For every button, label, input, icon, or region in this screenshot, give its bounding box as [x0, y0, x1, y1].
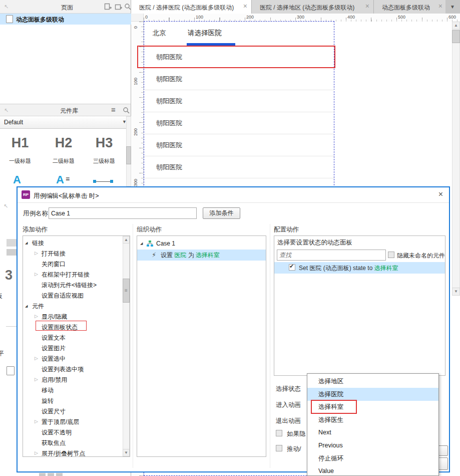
if-hidden-checkbox[interactable]: [276, 430, 282, 436]
hospital-row[interactable]: 朝阳医院: [144, 90, 334, 112]
organize-actions-list[interactable]: ◢ Case 1 ⚡ 设置 医院 为 选择科室: [137, 235, 266, 457]
action-tree-item[interactable]: 设置文本: [42, 334, 66, 342]
tab-label: 医院 / 选择医院 (动态面板多级联动): [139, 4, 234, 12]
state-dropdown-list[interactable]: 选择地区选择医院选择科室选择医生NextPrevious停止循环Value: [307, 373, 439, 476]
canvas-region-label[interactable]: 北京: [153, 29, 166, 38]
hospital-row[interactable]: 朝阳医院: [144, 68, 334, 90]
action-tree-item[interactable]: 设置不透明: [42, 428, 72, 437]
collapse-arrow-icon[interactable]: ▷: [35, 450, 38, 455]
expand-arrow-icon[interactable]: ◢: [25, 304, 28, 308]
action-summary: 设置 医院 为 选择科室: [161, 251, 220, 260]
add-condition-button[interactable]: 添加条件: [203, 207, 240, 219]
page-item-label: 动态面板多级联动: [16, 16, 64, 24]
tab-close-icon[interactable]: ×: [243, 3, 247, 10]
panel-collapse-icon[interactable]: ↖: [4, 107, 9, 114]
collapse-arrow-icon[interactable]: ▷: [35, 272, 38, 277]
expand-arrow-icon[interactable]: ◢: [140, 242, 143, 246]
ruler-number: 600: [448, 15, 456, 20]
add-page-icon[interactable]: [104, 3, 112, 11]
collapse-arrow-icon[interactable]: ▷: [35, 314, 38, 319]
action-tree-item[interactable]: 旋转: [42, 397, 54, 405]
action-tree-item[interactable]: 在框架中打开链接: [42, 271, 90, 279]
dropdown-item[interactable]: 选择科室: [307, 400, 438, 413]
search-library-icon[interactable]: [123, 107, 130, 114]
action-tree-item[interactable]: 设置选中: [42, 355, 66, 363]
dropdown-item[interactable]: Next: [307, 426, 438, 439]
canvas-scrollbar[interactable]: [452, 22, 460, 296]
collapse-arrow-icon[interactable]: ▷: [35, 251, 38, 256]
dropdown-item[interactable]: Value: [307, 465, 438, 476]
action-tree-item[interactable]: 置于顶层/底层: [42, 418, 79, 426]
action-tree-item[interactable]: 获取焦点: [42, 439, 66, 447]
document-tab[interactable]: 医院 / 选择地区 (动态面板多级联动)×: [252, 0, 374, 14]
close-icon[interactable]: ×: [438, 190, 443, 198]
library-select[interactable]: Default ▼: [0, 116, 131, 129]
line-widget-icon[interactable]: [95, 181, 111, 182]
axure-rp-logo: RP: [22, 190, 30, 199]
document-tab[interactable]: 医院 / 选择医院 (动态面板多级联动)×: [131, 0, 252, 14]
hospital-row-label: 朝阳医院: [156, 75, 182, 84]
action-tree-item[interactable]: 设置图片: [42, 344, 66, 353]
collapse-arrow-icon[interactable]: ▷: [35, 419, 38, 424]
scroll-down-icon[interactable]: ▼: [123, 449, 130, 456]
action-tree-item[interactable]: 显示/隐藏: [42, 313, 67, 321]
scroll-up-icon[interactable]: ▲: [123, 236, 130, 244]
scroll-up-icon[interactable]: ▲: [452, 22, 460, 30]
dropdown-item[interactable]: 停止循环: [307, 452, 438, 465]
library-widget[interactable]: H1: [4, 135, 36, 151]
hospital-row[interactable]: 朝阳医院: [144, 46, 334, 68]
dropdown-item[interactable]: 选择医生: [307, 413, 438, 426]
ruler-number: 300: [297, 15, 304, 20]
scroll-down-icon[interactable]: ▼: [452, 288, 460, 296]
library-scrollbar-thumb[interactable]: [126, 146, 131, 164]
case-tree-row[interactable]: ◢ Case 1: [137, 239, 266, 250]
search-pages-icon[interactable]: [124, 3, 132, 11]
action-tree-item[interactable]: 关闭窗口: [42, 260, 66, 269]
library-widget[interactable]: H3: [88, 135, 120, 151]
add-folder-icon[interactable]: [115, 3, 122, 11]
action-tree-item[interactable]: 展开/折叠树节点: [42, 449, 85, 456]
tab-overflow-button[interactable]: ▼: [445, 0, 460, 14]
action-tree-item[interactable]: 滚动到元件<锚链接>: [42, 281, 97, 290]
collapse-arrow-icon[interactable]: ▷: [35, 377, 38, 382]
action-tree-item[interactable]: 设置自适应视图: [42, 292, 84, 300]
action-tree-item[interactable]: 设置尺寸: [42, 407, 66, 416]
dropdown-item[interactable]: 选择医院: [307, 388, 438, 401]
hospital-row[interactable]: 朝阳医院: [144, 134, 334, 156]
collapse-arrow-icon[interactable]: ▷: [35, 356, 38, 361]
document-tab[interactable]: 动态面板多级联动×: [374, 0, 447, 14]
library-widget[interactable]: H2: [48, 135, 80, 151]
tab-close-icon[interactable]: ×: [365, 3, 369, 10]
panel-row-selected[interactable]: ✔ Set 医院 (动态面板) state to 选择科室: [274, 262, 445, 274]
panel-collapse-icon[interactable]: ↖: [4, 4, 9, 10]
tree-scrollbar[interactable]: [123, 236, 130, 456]
action-tree-item[interactable]: 移动: [42, 386, 54, 395]
dropdown-item[interactable]: Previous: [307, 439, 438, 452]
library-menu-icon[interactable]: ≡: [111, 105, 116, 114]
action-tree-item[interactable]: 元件: [32, 302, 44, 311]
sidebar-item-page[interactable]: 动态面板多级联动: [0, 14, 131, 25]
canvas-hospital-tab-label[interactable]: 请选择医院: [188, 29, 222, 38]
dropdown-item[interactable]: 选择地区: [307, 375, 438, 388]
tree-scrollbar-thumb[interactable]: ≡: [123, 279, 130, 303]
panel-checkbox-checked[interactable]: ✔: [289, 264, 295, 271]
tab-close-icon[interactable]: ×: [438, 3, 442, 10]
hospital-row[interactable]: 朝阳医院: [144, 112, 334, 134]
push-pull-checkbox[interactable]: [276, 445, 282, 451]
hide-unnamed-checkbox[interactable]: [388, 252, 394, 258]
action-tree-item[interactable]: 链接: [32, 239, 44, 248]
hospital-row[interactable]: 朝阳医院: [144, 156, 334, 178]
expand-arrow-icon[interactable]: ◢: [25, 241, 28, 245]
action-tree-item[interactable]: 设置列表选中项: [42, 365, 84, 374]
paragraph-widget-icon[interactable]: A: [56, 173, 64, 186]
action-tree-item[interactable]: 打开链接: [42, 250, 66, 258]
tab-label: 医院 / 选择地区 (动态面板多级联动): [260, 4, 354, 12]
action-row-selected[interactable]: ⚡ 设置 医院 为 选择科室: [137, 250, 266, 261]
action-tree-item[interactable]: 设置面板状态: [42, 323, 78, 332]
case-name-input[interactable]: [49, 207, 197, 219]
label-widget-icon[interactable]: A: [13, 173, 21, 186]
action-tree-list[interactable]: ◢链接▷打开链接关闭窗口▷在框架中打开链接滚动到元件<锚链接>设置自适应视图◢元…: [23, 235, 130, 457]
canvas-scrollbar-thumb[interactable]: [452, 30, 460, 43]
panel-search-input[interactable]: [277, 250, 386, 261]
action-tree-item[interactable]: 启用/禁用: [42, 376, 67, 384]
